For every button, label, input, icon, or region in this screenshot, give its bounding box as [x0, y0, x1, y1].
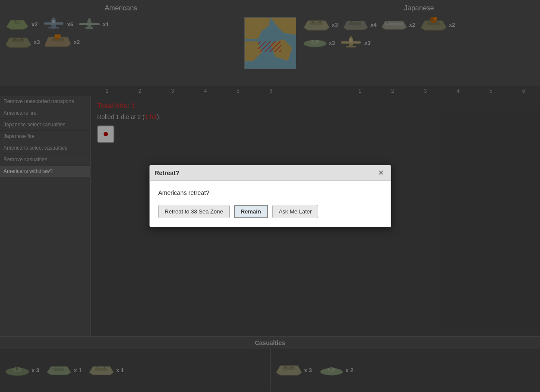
retreat-modal: Retreat? ✕ Americans retreat? Retreat to… [149, 165, 391, 227]
modal-close-button[interactable]: ✕ [376, 169, 385, 177]
remain-button[interactable]: Remain [234, 205, 268, 218]
modal-body: Americans retreat? Retreat to 38 Sea Zon… [150, 181, 391, 227]
modal-title: Retreat? [155, 169, 180, 176]
modal-buttons: Retreat to 38 Sea Zone Remain Ask Me Lat… [158, 205, 382, 218]
ask-later-button[interactable]: Ask Me Later [272, 205, 319, 218]
modal-overlay: Retreat? ✕ Americans retreat? Retreat to… [0, 0, 540, 392]
retreat-button[interactable]: Retreat to 38 Sea Zone [158, 205, 230, 218]
modal-header: Retreat? ✕ [150, 165, 391, 181]
modal-question: Americans retreat? [158, 189, 382, 196]
